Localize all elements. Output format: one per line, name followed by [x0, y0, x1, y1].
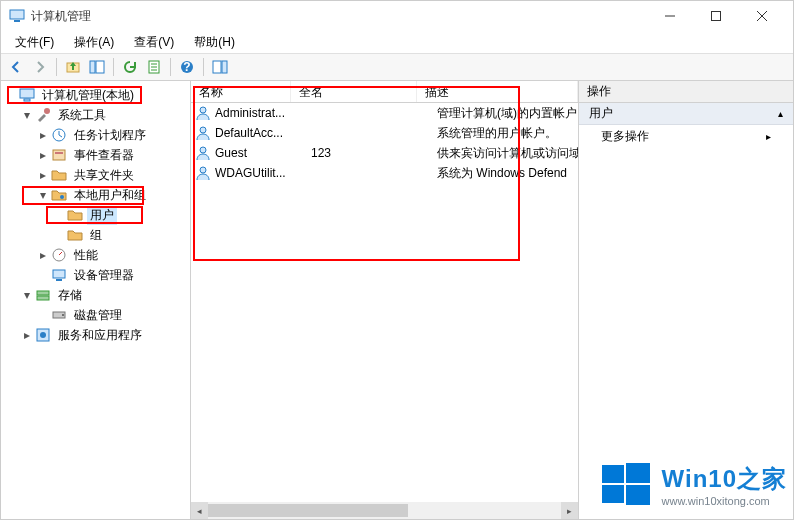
tree-shared-folders[interactable]: ▸共享文件夹: [33, 165, 190, 185]
collapse-icon: ▴: [778, 108, 783, 119]
tree-device-manager[interactable]: 设备管理器: [33, 265, 190, 285]
tree-local-users-groups-label: 本地用户和组: [71, 186, 149, 205]
svg-rect-14: [20, 89, 34, 98]
tree-users[interactable]: 用户: [49, 205, 190, 225]
svg-rect-19: [55, 152, 63, 154]
tree-local-users-groups[interactable]: ▾本地用户和组: [33, 185, 190, 205]
toolbar: ?: [1, 53, 793, 81]
tree-disk-management-label: 磁盘管理: [71, 306, 125, 325]
svg-rect-22: [53, 270, 65, 278]
col-description[interactable]: 描述: [417, 81, 578, 102]
cell-name: DefaultAcc...: [215, 126, 311, 140]
svg-rect-18: [53, 150, 65, 160]
tree-root-label: 计算机管理(本地): [39, 86, 137, 105]
scroll-thumb[interactable]: [208, 504, 408, 517]
tree-services-apps[interactable]: ▸服务和应用程序: [17, 325, 190, 345]
svg-rect-0: [10, 10, 24, 19]
tree-services-apps-label: 服务和应用程序: [55, 326, 145, 345]
tree-system-tools[interactable]: ▾ 系统工具: [17, 105, 190, 125]
cell-name: Administrat...: [215, 106, 311, 120]
col-fullname[interactable]: 全名: [291, 81, 417, 102]
device-icon: [51, 267, 67, 283]
actions-group-users[interactable]: 用户 ▴: [579, 103, 793, 125]
chevron-down-icon[interactable]: ▾: [21, 289, 33, 301]
actions-more-label: 更多操作: [601, 128, 649, 145]
table-row[interactable]: Administrat...管理计算机(域)的内置帐户: [191, 103, 578, 123]
tree-task-scheduler[interactable]: ▸任务计划程序: [33, 125, 190, 145]
actions-group-label: 用户: [589, 105, 613, 122]
table-row[interactable]: WDAGUtilit...系统为 Windows Defend: [191, 163, 578, 183]
svg-rect-7: [90, 61, 95, 73]
forward-button[interactable]: [29, 56, 51, 78]
chevron-right-icon[interactable]: ▸: [37, 169, 49, 181]
horizontal-scrollbar[interactable]: ◂ ▸: [191, 502, 578, 519]
users-icon: [51, 187, 67, 203]
navigation-pane: 计算机管理(本地) ▾ 系统工具 ▸任务计划程序 ▸事件查看器 ▸共享文件夹: [1, 81, 191, 519]
tree-performance-label: 性能: [71, 246, 101, 265]
chevron-right-icon[interactable]: ▸: [37, 129, 49, 141]
chevron-right-icon[interactable]: ▸: [37, 149, 49, 161]
cell-fullname: 123: [311, 146, 437, 160]
tree-shared-folders-label: 共享文件夹: [71, 166, 137, 185]
computer-icon: [19, 87, 35, 103]
menu-action[interactable]: 操作(A): [66, 32, 122, 53]
tree-storage-label: 存储: [55, 286, 85, 305]
refresh-button[interactable]: [119, 56, 141, 78]
cell-name: WDAGUtilit...: [215, 166, 311, 180]
user-icon: [195, 125, 211, 141]
show-hide-tree-button[interactable]: [86, 56, 108, 78]
scroll-right-button[interactable]: ▸: [561, 502, 578, 519]
help-button[interactable]: ?: [176, 56, 198, 78]
tree-device-manager-label: 设备管理器: [71, 266, 137, 285]
menu-view[interactable]: 查看(V): [126, 32, 182, 53]
window-title: 计算机管理: [31, 8, 91, 25]
list-pane: 名称 全名 描述 Administrat...管理计算机(域)的内置帐户Defa…: [191, 81, 579, 519]
services-icon: [35, 327, 51, 343]
titlebar: 计算机管理: [1, 1, 793, 31]
chevron-right-icon[interactable]: ▸: [37, 249, 49, 261]
tree-users-label: 用户: [87, 206, 117, 225]
user-icon: [195, 105, 211, 121]
tree-root[interactable]: 计算机管理(本地): [1, 85, 190, 105]
disk-icon: [51, 307, 67, 323]
scroll-left-button[interactable]: ◂: [191, 502, 208, 519]
up-button[interactable]: [62, 56, 84, 78]
actions-pane-button[interactable]: [209, 56, 231, 78]
table-row[interactable]: Guest123供来宾访问计算机或访问域: [191, 143, 578, 163]
minimize-button[interactable]: [647, 1, 693, 31]
actions-more[interactable]: 更多操作 ▸: [579, 125, 793, 147]
scroll-track[interactable]: [208, 502, 561, 519]
tree-disk-management[interactable]: 磁盘管理: [33, 305, 190, 325]
svg-point-32: [200, 147, 206, 153]
actions-header: 操作: [579, 81, 793, 103]
menu-help[interactable]: 帮助(H): [186, 32, 243, 53]
tree-groups-label: 组: [87, 226, 105, 245]
svg-text:?: ?: [183, 60, 190, 74]
cell-description: 系统为 Windows Defend: [437, 165, 578, 182]
close-button[interactable]: [739, 1, 785, 31]
performance-icon: [51, 247, 67, 263]
tree-storage[interactable]: ▾存储: [17, 285, 190, 305]
table-row[interactable]: DefaultAcc...系统管理的用户帐户。: [191, 123, 578, 143]
col-name[interactable]: 名称: [191, 81, 291, 102]
user-icon: [195, 165, 211, 181]
chevron-right-icon[interactable]: ▸: [21, 329, 33, 341]
tree-performance[interactable]: ▸性能: [33, 245, 190, 265]
shared-folder-icon: [51, 167, 67, 183]
main-area: 计算机管理(本地) ▾ 系统工具 ▸任务计划程序 ▸事件查看器 ▸共享文件夹: [1, 81, 793, 519]
tree-groups[interactable]: 组: [49, 225, 190, 245]
folder-icon: [67, 207, 83, 223]
tree-system-tools-label: 系统工具: [55, 106, 109, 125]
back-button[interactable]: [5, 56, 27, 78]
chevron-down-icon[interactable]: ▾: [21, 109, 33, 121]
export-button[interactable]: [143, 56, 165, 78]
maximize-button[interactable]: [693, 1, 739, 31]
chevron-down-icon[interactable]: ▾: [37, 189, 49, 201]
storage-icon: [35, 287, 51, 303]
menu-file[interactable]: 文件(F): [7, 32, 62, 53]
tree-event-viewer[interactable]: ▸事件查看器: [33, 145, 190, 165]
svg-rect-13: [222, 61, 227, 73]
svg-point-20: [60, 195, 64, 199]
folder-icon: [67, 227, 83, 243]
cell-name: Guest: [215, 146, 311, 160]
